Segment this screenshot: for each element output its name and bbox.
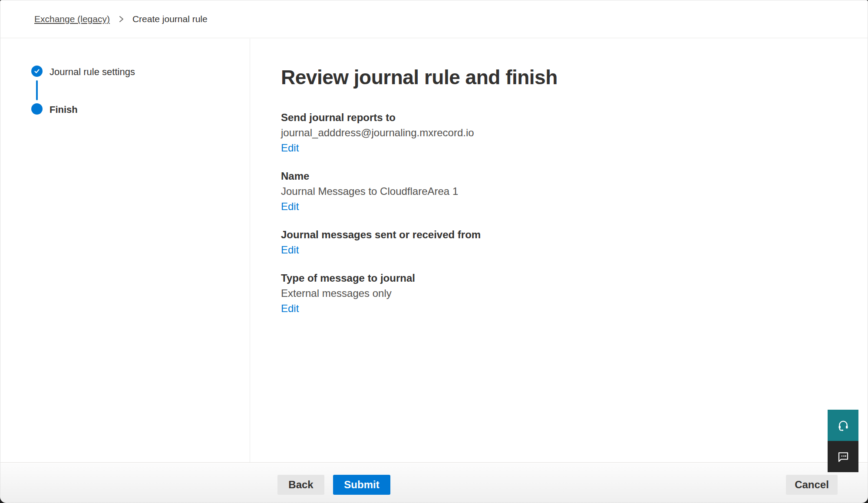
cancel-button[interactable]: Cancel (786, 475, 838, 495)
wizard-steps-panel: Journal rule settings Finish (0, 39, 250, 462)
edit-name-link[interactable]: Edit (281, 199, 299, 214)
chevron-right-icon (118, 15, 125, 23)
submit-button[interactable]: Submit (333, 475, 390, 495)
step-current-dot-icon (31, 103, 43, 115)
review-content: Review journal rule and finish Send jour… (251, 39, 868, 462)
rule-name-value: Journal Messages to CloudflareArea 1 (281, 184, 850, 199)
section-heading: Send journal reports to (281, 110, 850, 125)
section-send-journal-reports-to: Send journal reports to journal_adddress… (281, 110, 850, 155)
wizard-step-finish: Finish (50, 104, 78, 115)
section-name: Name Journal Messages to CloudflareArea … (281, 168, 850, 214)
headset-icon (837, 419, 850, 432)
section-heading: Journal messages sent or received from (281, 227, 850, 242)
section-heading: Type of message to journal (281, 270, 850, 286)
edit-send-journal-reports-link[interactable]: Edit (281, 140, 299, 155)
journal-report-address-value: journal_adddress@journaling.mxrecord.io (281, 125, 850, 140)
breadcrumb-link-exchange-legacy[interactable]: Exchange (legacy) (34, 14, 110, 24)
section-heading: Name (281, 168, 850, 184)
help-support-button[interactable] (828, 410, 858, 441)
exchange-admin-window: Exchange (legacy) Create journal rule Jo… (0, 0, 868, 503)
wizard-step-journal-rule-settings: Journal rule settings (50, 66, 135, 78)
feedback-icon (837, 450, 850, 463)
step-completed-check-icon (31, 66, 43, 77)
breadcrumb: Exchange (legacy) Create journal rule (34, 14, 208, 24)
edit-journal-messages-from-link[interactable]: Edit (281, 242, 299, 257)
back-button[interactable]: Back (277, 475, 324, 495)
page-title: Review journal rule and finish (281, 65, 850, 90)
section-journal-messages-from: Journal messages sent or received from E… (281, 227, 850, 257)
breadcrumb-current: Create journal rule (132, 14, 208, 24)
footer-action-bar: Back Submit Cancel (0, 462, 868, 503)
edit-message-type-link[interactable]: Edit (281, 301, 299, 316)
section-message-type: Type of message to journal External mess… (281, 270, 850, 316)
message-type-value: External messages only (281, 286, 850, 301)
step-connector-line (36, 80, 38, 100)
feedback-button[interactable] (828, 441, 858, 472)
top-header: Exchange (legacy) Create journal rule (0, 0, 868, 38)
